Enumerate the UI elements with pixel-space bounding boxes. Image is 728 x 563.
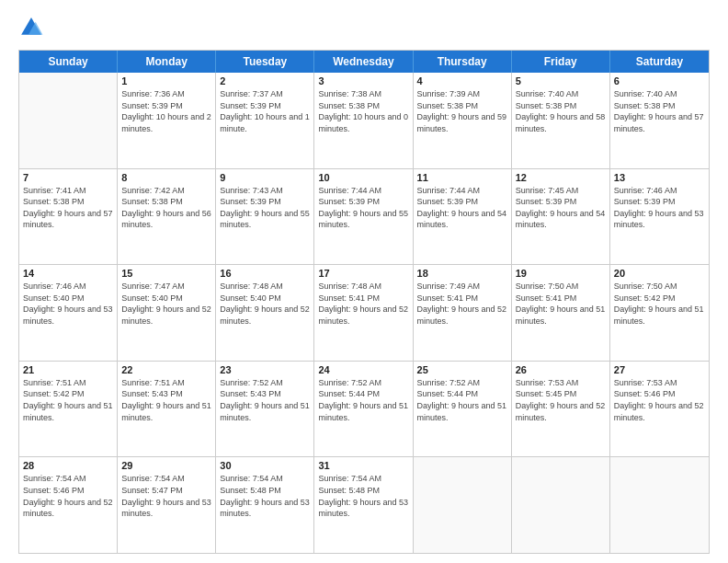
calendar-cell: 13Sunrise: 7:46 AMSunset: 5:39 PMDayligh… bbox=[610, 169, 709, 265]
calendar-cell: 23Sunrise: 7:52 AMSunset: 5:43 PMDayligh… bbox=[216, 362, 314, 457]
day-number: 12 bbox=[516, 172, 606, 183]
logo-icon bbox=[18, 15, 44, 40]
calendar-cell: 27Sunrise: 7:53 AMSunset: 5:46 PMDayligh… bbox=[610, 362, 709, 457]
calendar-cell bbox=[414, 457, 512, 553]
day-number: 31 bbox=[318, 460, 408, 471]
calendar-cell bbox=[512, 457, 610, 553]
day-number: 3 bbox=[318, 75, 408, 86]
weekday-header: Wednesday bbox=[314, 51, 413, 73]
calendar-cell: 7Sunrise: 7:41 AMSunset: 5:38 PMDaylight… bbox=[19, 169, 118, 265]
day-number: 28 bbox=[23, 460, 113, 471]
calendar-cell: 20Sunrise: 7:50 AMSunset: 5:42 PMDayligh… bbox=[610, 265, 709, 361]
day-number: 19 bbox=[516, 268, 606, 279]
day-info: Sunrise: 7:44 AMSunset: 5:39 PMDaylight:… bbox=[318, 185, 408, 231]
calendar-cell: 8Sunrise: 7:42 AMSunset: 5:38 PMDaylight… bbox=[118, 169, 216, 265]
day-number: 4 bbox=[417, 75, 507, 86]
weekday-header: Friday bbox=[512, 51, 610, 73]
calendar-row: 28Sunrise: 7:54 AMSunset: 5:46 PMDayligh… bbox=[19, 457, 709, 553]
calendar-cell: 10Sunrise: 7:44 AMSunset: 5:39 PMDayligh… bbox=[314, 169, 413, 265]
calendar-cell: 29Sunrise: 7:54 AMSunset: 5:47 PMDayligh… bbox=[118, 457, 216, 553]
day-info: Sunrise: 7:54 AMSunset: 5:48 PMDaylight:… bbox=[318, 473, 408, 519]
day-number: 20 bbox=[614, 268, 705, 279]
calendar-row: 21Sunrise: 7:51 AMSunset: 5:42 PMDayligh… bbox=[19, 362, 709, 458]
day-info: Sunrise: 7:41 AMSunset: 5:38 PMDaylight:… bbox=[23, 185, 113, 231]
day-number: 8 bbox=[121, 172, 211, 183]
calendar-cell: 30Sunrise: 7:54 AMSunset: 5:48 PMDayligh… bbox=[216, 457, 314, 553]
day-number: 18 bbox=[417, 268, 507, 279]
weekday-header: Sunday bbox=[19, 51, 118, 73]
day-info: Sunrise: 7:48 AMSunset: 5:40 PMDaylight:… bbox=[220, 281, 310, 327]
calendar-cell: 18Sunrise: 7:49 AMSunset: 5:41 PMDayligh… bbox=[414, 265, 512, 361]
day-info: Sunrise: 7:38 AMSunset: 5:38 PMDaylight:… bbox=[318, 88, 408, 134]
day-info: Sunrise: 7:54 AMSunset: 5:48 PMDaylight:… bbox=[220, 473, 310, 519]
calendar-row: 14Sunrise: 7:46 AMSunset: 5:40 PMDayligh… bbox=[19, 265, 709, 362]
day-info: Sunrise: 7:52 AMSunset: 5:43 PMDaylight:… bbox=[220, 377, 310, 423]
day-info: Sunrise: 7:46 AMSunset: 5:39 PMDaylight:… bbox=[614, 185, 705, 231]
calendar: SundayMondayTuesdayWednesdayThursdayFrid… bbox=[18, 50, 710, 554]
day-number: 23 bbox=[220, 364, 310, 375]
day-number: 7 bbox=[23, 172, 113, 183]
calendar-cell: 24Sunrise: 7:52 AMSunset: 5:44 PMDayligh… bbox=[314, 362, 413, 457]
weekday-header: Monday bbox=[118, 51, 216, 73]
calendar-cell: 2Sunrise: 7:37 AMSunset: 5:39 PMDaylight… bbox=[216, 73, 314, 168]
day-number: 25 bbox=[417, 364, 507, 375]
day-number: 24 bbox=[318, 364, 408, 375]
day-info: Sunrise: 7:54 AMSunset: 5:46 PMDaylight:… bbox=[23, 473, 113, 519]
day-info: Sunrise: 7:46 AMSunset: 5:40 PMDaylight:… bbox=[23, 281, 113, 327]
day-number: 15 bbox=[121, 268, 211, 279]
day-number: 27 bbox=[614, 364, 705, 375]
day-info: Sunrise: 7:51 AMSunset: 5:43 PMDaylight:… bbox=[121, 377, 211, 423]
day-info: Sunrise: 7:40 AMSunset: 5:38 PMDaylight:… bbox=[516, 88, 606, 134]
day-number: 13 bbox=[614, 172, 705, 183]
day-info: Sunrise: 7:47 AMSunset: 5:40 PMDaylight:… bbox=[121, 281, 211, 327]
day-info: Sunrise: 7:52 AMSunset: 5:44 PMDaylight:… bbox=[318, 377, 408, 423]
day-info: Sunrise: 7:53 AMSunset: 5:45 PMDaylight:… bbox=[516, 377, 606, 423]
day-info: Sunrise: 7:44 AMSunset: 5:39 PMDaylight:… bbox=[417, 185, 507, 231]
calendar-cell: 3Sunrise: 7:38 AMSunset: 5:38 PMDaylight… bbox=[314, 73, 413, 168]
weekday-header: Saturday bbox=[610, 51, 709, 73]
day-info: Sunrise: 7:53 AMSunset: 5:46 PMDaylight:… bbox=[614, 377, 705, 423]
calendar-cell: 5Sunrise: 7:40 AMSunset: 5:38 PMDaylight… bbox=[512, 73, 610, 168]
day-info: Sunrise: 7:42 AMSunset: 5:38 PMDaylight:… bbox=[121, 185, 211, 231]
calendar-cell: 26Sunrise: 7:53 AMSunset: 5:45 PMDayligh… bbox=[512, 362, 610, 457]
calendar-cell: 4Sunrise: 7:39 AMSunset: 5:38 PMDaylight… bbox=[414, 73, 512, 168]
weekday-header: Thursday bbox=[414, 51, 512, 73]
day-number: 14 bbox=[23, 268, 113, 279]
calendar-row: 7Sunrise: 7:41 AMSunset: 5:38 PMDaylight… bbox=[19, 169, 709, 266]
day-number: 22 bbox=[121, 364, 211, 375]
day-info: Sunrise: 7:45 AMSunset: 5:39 PMDaylight:… bbox=[516, 185, 606, 231]
day-number: 10 bbox=[318, 172, 408, 183]
calendar-cell: 31Sunrise: 7:54 AMSunset: 5:48 PMDayligh… bbox=[314, 457, 413, 553]
calendar-cell: 16Sunrise: 7:48 AMSunset: 5:40 PMDayligh… bbox=[216, 265, 314, 361]
calendar-cell: 9Sunrise: 7:43 AMSunset: 5:39 PMDaylight… bbox=[216, 169, 314, 265]
calendar-cell bbox=[19, 73, 118, 168]
day-number: 6 bbox=[614, 75, 705, 86]
day-info: Sunrise: 7:50 AMSunset: 5:41 PMDaylight:… bbox=[516, 281, 606, 327]
day-info: Sunrise: 7:51 AMSunset: 5:42 PMDaylight:… bbox=[23, 377, 113, 423]
calendar-row: 1Sunrise: 7:36 AMSunset: 5:39 PMDaylight… bbox=[19, 73, 709, 169]
day-number: 17 bbox=[318, 268, 408, 279]
day-info: Sunrise: 7:48 AMSunset: 5:41 PMDaylight:… bbox=[318, 281, 408, 327]
day-number: 9 bbox=[220, 172, 310, 183]
day-info: Sunrise: 7:43 AMSunset: 5:39 PMDaylight:… bbox=[220, 185, 310, 231]
day-number: 5 bbox=[516, 75, 606, 86]
header bbox=[18, 15, 710, 40]
day-number: 29 bbox=[121, 460, 211, 471]
day-info: Sunrise: 7:52 AMSunset: 5:44 PMDaylight:… bbox=[417, 377, 507, 423]
day-number: 21 bbox=[23, 364, 113, 375]
calendar-body: 1Sunrise: 7:36 AMSunset: 5:39 PMDaylight… bbox=[19, 73, 709, 553]
calendar-cell bbox=[610, 457, 709, 553]
calendar-cell: 22Sunrise: 7:51 AMSunset: 5:43 PMDayligh… bbox=[118, 362, 216, 457]
logo bbox=[18, 15, 48, 40]
calendar-cell: 6Sunrise: 7:40 AMSunset: 5:38 PMDaylight… bbox=[610, 73, 709, 168]
day-info: Sunrise: 7:50 AMSunset: 5:42 PMDaylight:… bbox=[614, 281, 705, 327]
day-info: Sunrise: 7:37 AMSunset: 5:39 PMDaylight:… bbox=[220, 88, 310, 134]
calendar-cell: 1Sunrise: 7:36 AMSunset: 5:39 PMDaylight… bbox=[118, 73, 216, 168]
day-info: Sunrise: 7:40 AMSunset: 5:38 PMDaylight:… bbox=[614, 88, 705, 134]
day-info: Sunrise: 7:39 AMSunset: 5:38 PMDaylight:… bbox=[417, 88, 507, 134]
day-info: Sunrise: 7:54 AMSunset: 5:47 PMDaylight:… bbox=[121, 473, 211, 519]
day-number: 16 bbox=[220, 268, 310, 279]
day-number: 2 bbox=[220, 75, 310, 86]
calendar-cell: 19Sunrise: 7:50 AMSunset: 5:41 PMDayligh… bbox=[512, 265, 610, 361]
calendar-cell: 17Sunrise: 7:48 AMSunset: 5:41 PMDayligh… bbox=[314, 265, 413, 361]
